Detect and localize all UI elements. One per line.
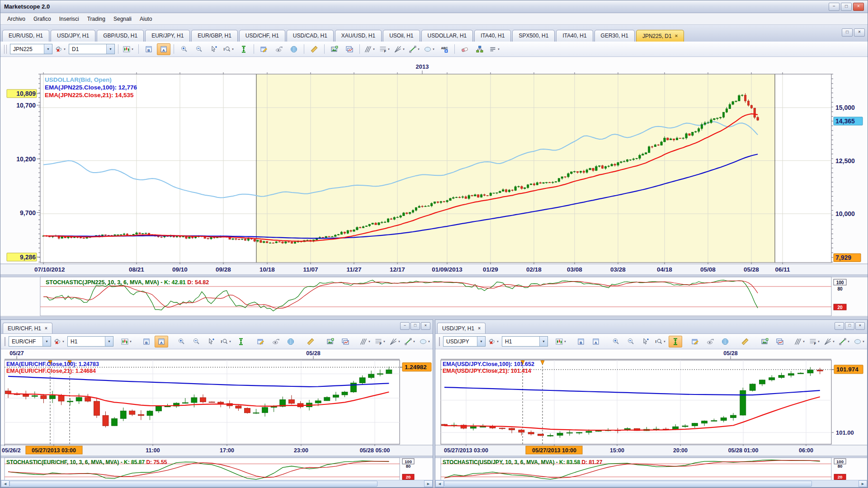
ask-line-button[interactable]: A [589, 336, 603, 347]
scroll-left-icon[interactable]: ◀ [435, 480, 444, 487]
bid-line-button[interactable]: B [142, 43, 156, 55]
ask-line-button[interactable]: A [155, 336, 168, 347]
add-text-button[interactable]: ABC [438, 43, 451, 55]
scrollbar-thumb[interactable] [9, 481, 377, 487]
minimize-button[interactable]: − [829, 3, 840, 11]
minimize-button[interactable]: − [835, 322, 844, 330]
zoom-out-button[interactable] [189, 336, 203, 347]
horizontal-scrollbar[interactable]: ◀▶ [1, 480, 433, 487]
fan-lines-button[interactable]: ▼ [388, 336, 402, 347]
visibility-button[interactable] [269, 336, 283, 347]
chart-tab-ita40[interactable]: ITA40, H1 [474, 30, 511, 42]
toolbar-grip[interactable] [4, 45, 7, 54]
fan-lines-button[interactable]: ▼ [393, 43, 406, 55]
chevron-down-icon[interactable]: ▼ [477, 337, 485, 346]
zoom-select-button[interactable] [207, 43, 221, 55]
note-button[interactable] [257, 43, 271, 55]
chevron-down-icon[interactable]: ▼ [539, 337, 547, 346]
sub-chart-area[interactable]: 05/28101.974101.0005/27/2013 03:0005/27/… [435, 349, 867, 484]
zoom-in-button[interactable] [175, 336, 188, 347]
sub-chart-area[interactable]: 05/2705/281.2498205/26/205/27/2013 03:00… [1, 349, 433, 484]
visibility-button[interactable] [703, 336, 717, 347]
scrollbar-track[interactable] [812, 480, 859, 487]
zoom-select-button[interactable] [204, 336, 218, 347]
sub-window-tab[interactable]: EUR/CHF, H1× [3, 323, 52, 333]
unlink-button[interactable]: ▼ [52, 336, 66, 347]
chart-type-button[interactable]: ▼ [120, 336, 133, 347]
chart-tab-usoil[interactable]: USOil, H1 [383, 30, 420, 42]
chart-tab-gbpusd[interactable]: GBP/USD, H1 [97, 30, 144, 42]
scroll-left-icon[interactable]: ◀ [1, 480, 9, 487]
sub-window-tab[interactable]: USD/JPY, H1× [437, 323, 486, 333]
close-tab-icon[interactable]: × [478, 324, 481, 333]
unlink-button[interactable]: ▼ [54, 43, 67, 55]
vertical-scale-button[interactable] [237, 43, 250, 55]
unlink-button[interactable]: ▼ [487, 336, 500, 347]
note-button[interactable] [254, 336, 268, 347]
globe-button[interactable] [718, 336, 732, 347]
globe-button[interactable] [287, 43, 301, 55]
chart-tab-jpn225[interactable]: JPN225, D1× [636, 30, 684, 42]
chart-tab-usdollar[interactable]: USDOLLAR, H1 [421, 30, 473, 42]
fan-lines-button[interactable]: ▼ [823, 336, 836, 347]
chart-tab-ger30[interactable]: GER30, H1 [594, 30, 635, 42]
toolbar-grip[interactable] [439, 337, 440, 346]
trendline-button[interactable]: ▼ [838, 336, 851, 347]
fibonacci-button[interactable]: F▼ [373, 336, 387, 347]
zoom-out-button[interactable] [624, 336, 637, 347]
menu-item-trading[interactable]: Trading [83, 14, 109, 23]
trendline-button[interactable]: ▼ [408, 43, 421, 55]
chart-window-button[interactable] [773, 336, 787, 347]
chart-tab-ita40[interactable]: ITA40, H1 [556, 30, 593, 42]
period-select[interactable]: H1▼ [502, 336, 548, 347]
bid-line-button[interactable]: B [574, 336, 588, 347]
chart-window-button[interactable] [339, 336, 352, 347]
chart-type-button[interactable]: ▼ [122, 43, 135, 55]
chart-type-button[interactable]: ▼ [554, 336, 568, 347]
fibonacci-button[interactable]: F▼ [808, 336, 821, 347]
visibility-button[interactable] [272, 43, 286, 55]
pitchfork-button[interactable]: ▼ [363, 43, 377, 55]
scrollbar-thumb[interactable] [444, 481, 812, 487]
toolbar-grip[interactable] [5, 337, 5, 346]
bid-line-button[interactable]: B [140, 336, 153, 347]
trendline-button[interactable]: ▼ [403, 336, 417, 347]
add-image-button[interactable] [328, 43, 341, 55]
chevron-down-icon[interactable]: ▼ [105, 337, 113, 346]
chart-tab-spx500[interactable]: SPX500, H1 [512, 30, 555, 42]
zoom-out-button[interactable] [192, 43, 206, 55]
add-image-button[interactable] [324, 336, 337, 347]
period-select[interactable]: H1▼ [67, 336, 113, 347]
scrollbar-track[interactable] [377, 480, 424, 487]
menu-item-inserisci[interactable]: Inserisci [55, 14, 83, 23]
scroll-right-icon[interactable]: ▶ [859, 480, 867, 487]
zoom-in-button[interactable] [609, 336, 623, 347]
menu-item-aiuto[interactable]: Aiuto [136, 14, 156, 23]
ruler-button[interactable] [304, 336, 317, 347]
zoom-menu-button[interactable]: I▼ [219, 336, 233, 347]
zoom-in-button[interactable] [177, 43, 191, 55]
horizontal-scrollbar[interactable]: ◀▶ [435, 480, 867, 487]
ruler-button[interactable] [307, 43, 321, 55]
symbol-select[interactable]: USD/JPY▼ [443, 336, 486, 347]
add-image-button[interactable] [758, 336, 772, 347]
close-button[interactable]: × [855, 322, 865, 330]
period-select[interactable]: D1▼ [69, 44, 115, 54]
shape-button[interactable]: ▼ [418, 336, 432, 347]
symbol-select[interactable]: EUR/CHF▼ [9, 336, 51, 347]
main-chart-area[interactable]: 201310,80910,70010,2009,7009,28615,00014… [0, 57, 868, 317]
chart-tab-eurgbp[interactable]: EUR/GBP, H1 [191, 30, 237, 42]
menu-item-archivo[interactable]: Archivo [3, 14, 29, 23]
menu-button[interactable]: ▼ [488, 43, 501, 55]
menu-item-segnali[interactable]: Segnali [109, 14, 136, 23]
chart-tab-eurjpy[interactable]: EUR/JPY, H1 [145, 30, 190, 42]
vertical-scale-button[interactable] [669, 336, 682, 347]
close-button[interactable]: × [421, 322, 430, 330]
scroll-right-icon[interactable]: ▶ [424, 480, 433, 487]
pitchfork-button[interactable]: ▼ [359, 336, 372, 347]
restore-button[interactable]: □ [845, 322, 854, 330]
zoom-select-button[interactable] [639, 336, 652, 347]
chart-tab-eurusd[interactable]: EUR/USD, H1 [2, 30, 49, 42]
zoom-menu-button[interactable]: I▼ [222, 43, 236, 55]
hierarchy-button[interactable] [473, 43, 486, 55]
